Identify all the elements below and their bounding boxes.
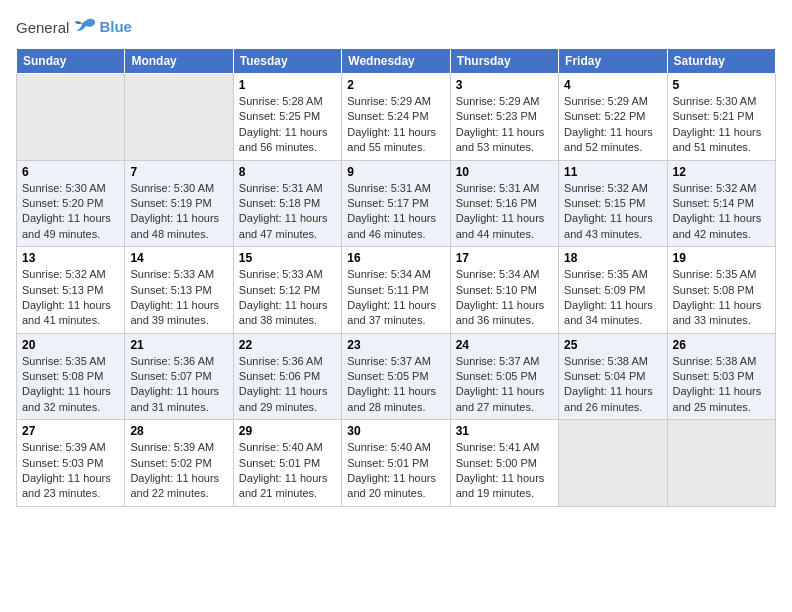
day-info: Sunrise: 5:36 AM Sunset: 5:07 PM Dayligh… <box>130 354 227 416</box>
daylight: Daylight: 11 hours and 48 minutes. <box>130 211 227 242</box>
calendar-day-cell: 9 Sunrise: 5:31 AM Sunset: 5:17 PM Dayli… <box>342 160 450 247</box>
calendar-day-cell: 10 Sunrise: 5:31 AM Sunset: 5:16 PM Dayl… <box>450 160 558 247</box>
sunset: Sunset: 5:11 PM <box>347 283 444 298</box>
day-number: 7 <box>130 165 227 179</box>
day-number: 22 <box>239 338 336 352</box>
logo-bird-icon <box>69 16 97 38</box>
day-number: 28 <box>130 424 227 438</box>
sunrise: Sunrise: 5:37 AM <box>347 354 444 369</box>
sunrise: Sunrise: 5:29 AM <box>456 94 553 109</box>
calendar-day-cell: 24 Sunrise: 5:37 AM Sunset: 5:05 PM Dayl… <box>450 333 558 420</box>
sunset: Sunset: 5:24 PM <box>347 109 444 124</box>
calendar-day-cell: 16 Sunrise: 5:34 AM Sunset: 5:11 PM Dayl… <box>342 247 450 334</box>
calendar-week-row: 1 Sunrise: 5:28 AM Sunset: 5:25 PM Dayli… <box>17 74 776 161</box>
daylight: Daylight: 11 hours and 44 minutes. <box>456 211 553 242</box>
day-info: Sunrise: 5:31 AM Sunset: 5:17 PM Dayligh… <box>347 181 444 243</box>
day-info: Sunrise: 5:34 AM Sunset: 5:11 PM Dayligh… <box>347 267 444 329</box>
sunrise: Sunrise: 5:31 AM <box>239 181 336 196</box>
daylight: Daylight: 11 hours and 32 minutes. <box>22 384 119 415</box>
daylight: Daylight: 11 hours and 29 minutes. <box>239 384 336 415</box>
calendar-week-row: 20 Sunrise: 5:35 AM Sunset: 5:08 PM Dayl… <box>17 333 776 420</box>
sunrise: Sunrise: 5:40 AM <box>347 440 444 455</box>
day-info: Sunrise: 5:39 AM Sunset: 5:02 PM Dayligh… <box>130 440 227 502</box>
daylight: Daylight: 11 hours and 42 minutes. <box>673 211 770 242</box>
day-number: 13 <box>22 251 119 265</box>
day-number: 11 <box>564 165 661 179</box>
day-info: Sunrise: 5:32 AM Sunset: 5:14 PM Dayligh… <box>673 181 770 243</box>
day-info: Sunrise: 5:37 AM Sunset: 5:05 PM Dayligh… <box>347 354 444 416</box>
sunset: Sunset: 5:04 PM <box>564 369 661 384</box>
calendar-day-cell <box>17 74 125 161</box>
day-info: Sunrise: 5:38 AM Sunset: 5:04 PM Dayligh… <box>564 354 661 416</box>
weekday-row: SundayMondayTuesdayWednesdayThursdayFrid… <box>17 49 776 74</box>
calendar-day-cell <box>125 74 233 161</box>
calendar-day-cell: 29 Sunrise: 5:40 AM Sunset: 5:01 PM Dayl… <box>233 420 341 507</box>
day-number: 27 <box>22 424 119 438</box>
daylight: Daylight: 11 hours and 43 minutes. <box>564 211 661 242</box>
sunset: Sunset: 5:19 PM <box>130 196 227 211</box>
day-info: Sunrise: 5:40 AM Sunset: 5:01 PM Dayligh… <box>347 440 444 502</box>
calendar-day-cell: 18 Sunrise: 5:35 AM Sunset: 5:09 PM Dayl… <box>559 247 667 334</box>
day-number: 10 <box>456 165 553 179</box>
weekday-header: Tuesday <box>233 49 341 74</box>
sunrise: Sunrise: 5:32 AM <box>564 181 661 196</box>
logo: General Blue <box>16 16 132 38</box>
day-info: Sunrise: 5:30 AM Sunset: 5:20 PM Dayligh… <box>22 181 119 243</box>
sunset: Sunset: 5:06 PM <box>239 369 336 384</box>
weekday-header: Friday <box>559 49 667 74</box>
sunset: Sunset: 5:17 PM <box>347 196 444 211</box>
day-number: 8 <box>239 165 336 179</box>
day-info: Sunrise: 5:29 AM Sunset: 5:22 PM Dayligh… <box>564 94 661 156</box>
calendar-day-cell: 31 Sunrise: 5:41 AM Sunset: 5:00 PM Dayl… <box>450 420 558 507</box>
daylight: Daylight: 11 hours and 41 minutes. <box>22 298 119 329</box>
sunset: Sunset: 5:10 PM <box>456 283 553 298</box>
sunset: Sunset: 5:08 PM <box>22 369 119 384</box>
calendar-day-cell <box>559 420 667 507</box>
sunrise: Sunrise: 5:40 AM <box>239 440 336 455</box>
day-info: Sunrise: 5:30 AM Sunset: 5:19 PM Dayligh… <box>130 181 227 243</box>
sunrise: Sunrise: 5:32 AM <box>22 267 119 282</box>
calendar-day-cell: 21 Sunrise: 5:36 AM Sunset: 5:07 PM Dayl… <box>125 333 233 420</box>
sunset: Sunset: 5:03 PM <box>673 369 770 384</box>
daylight: Daylight: 11 hours and 52 minutes. <box>564 125 661 156</box>
calendar-day-cell: 13 Sunrise: 5:32 AM Sunset: 5:13 PM Dayl… <box>17 247 125 334</box>
day-number: 4 <box>564 78 661 92</box>
day-info: Sunrise: 5:31 AM Sunset: 5:16 PM Dayligh… <box>456 181 553 243</box>
day-number: 6 <box>22 165 119 179</box>
daylight: Daylight: 11 hours and 22 minutes. <box>130 471 227 502</box>
day-info: Sunrise: 5:34 AM Sunset: 5:10 PM Dayligh… <box>456 267 553 329</box>
calendar-day-cell: 6 Sunrise: 5:30 AM Sunset: 5:20 PM Dayli… <box>17 160 125 247</box>
day-info: Sunrise: 5:41 AM Sunset: 5:00 PM Dayligh… <box>456 440 553 502</box>
calendar-day-cell: 5 Sunrise: 5:30 AM Sunset: 5:21 PM Dayli… <box>667 74 775 161</box>
calendar-day-cell <box>667 420 775 507</box>
day-number: 3 <box>456 78 553 92</box>
calendar-day-cell: 15 Sunrise: 5:33 AM Sunset: 5:12 PM Dayl… <box>233 247 341 334</box>
calendar-week-row: 27 Sunrise: 5:39 AM Sunset: 5:03 PM Dayl… <box>17 420 776 507</box>
page-header: General Blue <box>16 16 776 38</box>
day-info: Sunrise: 5:37 AM Sunset: 5:05 PM Dayligh… <box>456 354 553 416</box>
sunset: Sunset: 5:13 PM <box>130 283 227 298</box>
sunrise: Sunrise: 5:30 AM <box>22 181 119 196</box>
calendar-day-cell: 3 Sunrise: 5:29 AM Sunset: 5:23 PM Dayli… <box>450 74 558 161</box>
day-info: Sunrise: 5:40 AM Sunset: 5:01 PM Dayligh… <box>239 440 336 502</box>
sunset: Sunset: 5:08 PM <box>673 283 770 298</box>
sunset: Sunset: 5:21 PM <box>673 109 770 124</box>
sunset: Sunset: 5:15 PM <box>564 196 661 211</box>
daylight: Daylight: 11 hours and 47 minutes. <box>239 211 336 242</box>
day-number: 17 <box>456 251 553 265</box>
day-number: 23 <box>347 338 444 352</box>
day-number: 15 <box>239 251 336 265</box>
daylight: Daylight: 11 hours and 49 minutes. <box>22 211 119 242</box>
day-info: Sunrise: 5:28 AM Sunset: 5:25 PM Dayligh… <box>239 94 336 156</box>
daylight: Daylight: 11 hours and 21 minutes. <box>239 471 336 502</box>
day-info: Sunrise: 5:39 AM Sunset: 5:03 PM Dayligh… <box>22 440 119 502</box>
day-number: 21 <box>130 338 227 352</box>
daylight: Daylight: 11 hours and 25 minutes. <box>673 384 770 415</box>
sunrise: Sunrise: 5:34 AM <box>456 267 553 282</box>
sunrise: Sunrise: 5:35 AM <box>564 267 661 282</box>
calendar-day-cell: 27 Sunrise: 5:39 AM Sunset: 5:03 PM Dayl… <box>17 420 125 507</box>
day-info: Sunrise: 5:38 AM Sunset: 5:03 PM Dayligh… <box>673 354 770 416</box>
daylight: Daylight: 11 hours and 37 minutes. <box>347 298 444 329</box>
sunset: Sunset: 5:14 PM <box>673 196 770 211</box>
sunrise: Sunrise: 5:30 AM <box>130 181 227 196</box>
